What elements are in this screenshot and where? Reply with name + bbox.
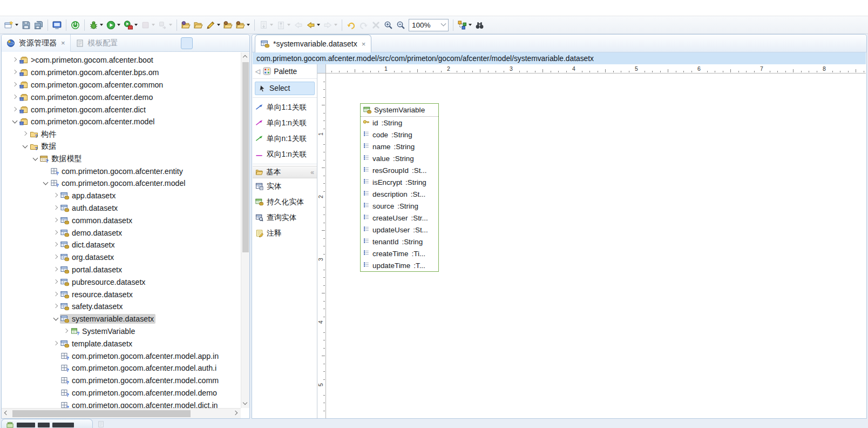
close-icon[interactable]: × — [362, 40, 366, 48]
window-tool-icon[interactable] — [833, 37, 845, 49]
zoom-out-icon[interactable] — [395, 18, 406, 31]
tree-item[interactable]: ? 构件 — [2, 128, 241, 141]
tree-item-body[interactable]: com.primeton.gocom.afcenter.bps.om — [19, 68, 160, 77]
tree-item[interactable]: ? com.primeton.gocom.afcenter.model — [2, 177, 241, 190]
menu-item[interactable] — [48, 0, 59, 16]
tree-item-body[interactable]: org.datasetx — [60, 252, 116, 262]
palette-select-tool[interactable]: Select — [255, 82, 315, 95]
entity-field[interactable]: name :String — [361, 141, 438, 152]
undo-icon[interactable] — [345, 18, 357, 31]
scrollbar-thumb[interactable] — [242, 62, 249, 252]
expander-icon[interactable] — [11, 118, 19, 125]
tree-item[interactable]: demo.datasetx — [2, 226, 241, 239]
tree-item-body[interactable]: app.datasetx — [60, 191, 117, 200]
dropdown-arrow-icon[interactable] — [169, 24, 172, 26]
console-icon[interactable] — [51, 18, 63, 31]
tree-item-body[interactable]: pubresource.datasetx — [60, 277, 147, 287]
tree-item-body[interactable]: > com.primeton.gocom.afcenter.boot — [19, 55, 155, 65]
tree-item-body[interactable]: ? com.primeton.gocom.afcenter.model.app.… — [60, 351, 220, 361]
tree-item-body[interactable]: ? 数据 — [29, 141, 58, 152]
save-all-icon[interactable] — [33, 18, 44, 31]
expander-icon[interactable] — [52, 291, 60, 298]
tree-item-body[interactable]: resource.datasetx — [60, 290, 134, 299]
dropdown-arrow-icon[interactable] — [287, 24, 290, 26]
scroll-right-button[interactable] — [232, 409, 241, 418]
expander-icon[interactable] — [52, 266, 60, 273]
tree-item[interactable]: portal.datasetx — [2, 264, 241, 276]
tree-item[interactable]: ? 数据模型 — [2, 152, 241, 165]
palette-relation-tool[interactable]: 双向1:n关联 — [253, 146, 317, 162]
palette-header[interactable]: ◁ Palette — [253, 64, 317, 79]
entity-systemvariable[interactable]: SystemVariable id :String code :String n… — [360, 103, 439, 272]
close-icon[interactable]: × — [61, 39, 65, 47]
menu-item[interactable] — [24, 0, 36, 16]
expander-icon[interactable] — [52, 253, 60, 261]
entity-field[interactable]: createTime :Ti... — [361, 248, 438, 259]
dropdown-arrow-icon[interactable] — [217, 24, 220, 26]
dropdown-arrow-icon[interactable] — [100, 24, 103, 26]
expander-icon[interactable] — [32, 155, 39, 163]
tree-item-body[interactable]: com.primeton.gocom.afcenter.model — [19, 117, 156, 126]
scroll-down-button[interactable] — [241, 399, 250, 408]
expander-icon[interactable] — [11, 93, 19, 101]
horizontal-scrollbar[interactable] — [2, 408, 241, 418]
tree-item[interactable]: systemvariable.datasetx — [2, 313, 241, 325]
tree-item[interactable]: ? com.primeton.gocom.afcenter.model.dict… — [2, 399, 241, 408]
expander-icon[interactable] — [52, 340, 60, 347]
tree-item[interactable]: template.datasetx — [2, 337, 241, 350]
folder-purple-icon[interactable] — [180, 18, 192, 31]
entity-field[interactable]: resGroupId :St... — [361, 164, 438, 176]
boot-icon[interactable] — [70, 18, 81, 31]
folder-open-icon[interactable] — [193, 18, 204, 31]
entity-field[interactable]: tenantId :String — [361, 236, 438, 248]
dropdown-arrow-icon[interactable] — [15, 24, 18, 26]
view-tool-icon[interactable] — [208, 37, 220, 49]
tree-item-body[interactable]: ? com.primeton.gocom.afcenter.model — [50, 178, 187, 188]
zoom-in-icon[interactable] — [383, 18, 394, 31]
debug-icon[interactable] — [88, 18, 104, 31]
dropdown-arrow-icon[interactable] — [334, 24, 337, 26]
window-tool-icon[interactable] — [849, 37, 861, 49]
tree-item[interactable]: ? com.primeton.gocom.afcenter.model.auth… — [2, 362, 241, 374]
entity-field[interactable]: source :String — [361, 200, 438, 212]
tree-item-body[interactable]: dict.datasetx — [60, 240, 117, 250]
tree-item[interactable]: app.datasetx — [2, 190, 241, 202]
tree-item[interactable]: auth.datasetx — [2, 202, 241, 215]
expander-icon[interactable] — [11, 106, 19, 113]
dropdown-arrow-icon[interactable] — [152, 24, 155, 26]
tree-item-body[interactable]: demo.datasetx — [60, 228, 124, 238]
dropdown-arrow-icon[interactable] — [247, 24, 250, 26]
expander-icon[interactable] — [22, 130, 29, 138]
menu-item[interactable] — [36, 0, 48, 16]
run-icon[interactable] — [105, 18, 121, 31]
tree-item[interactable]: ? SystemVariable — [2, 325, 241, 338]
tree-item-body[interactable]: common.datasetx — [60, 216, 134, 225]
back-gold-icon[interactable] — [305, 18, 321, 31]
menu-item[interactable] — [59, 0, 71, 16]
tree-item[interactable]: com.primeton.gocom.afcenter.bps.om — [2, 66, 241, 79]
tree-item-body[interactable]: ? com.primeton.gocom.afcenter.entity — [50, 166, 185, 176]
dropdown-arrow-icon[interactable] — [117, 24, 120, 26]
palette-tool[interactable]: 注释 — [253, 225, 317, 241]
tree-item[interactable]: com.primeton.gocom.afcenter.dict — [2, 103, 241, 116]
scroll-left-button[interactable] — [2, 409, 10, 418]
window-tool-icon[interactable] — [227, 419, 236, 428]
pencil-icon[interactable] — [205, 18, 221, 31]
view-tool-icon[interactable] — [221, 37, 233, 49]
tree-item-body[interactable]: template.datasetx — [60, 339, 134, 349]
tree-item-body[interactable]: ? com.primeton.gocom.afcenter.model.auth… — [60, 363, 218, 373]
tree-item-body[interactable]: com.primeton.gocom.afcenter.demo — [19, 92, 154, 102]
search-icon[interactable] — [474, 18, 485, 31]
expander-icon[interactable] — [11, 69, 19, 76]
dropdown-arrow-icon[interactable] — [317, 24, 320, 26]
palette-tool[interactable]: 持久化实体 — [253, 194, 317, 210]
tree-item-body[interactable]: portal.datasetx — [60, 265, 124, 275]
tree-item-body[interactable]: auth.datasetx — [60, 203, 119, 213]
palette-tool[interactable]: 查询实体 — [253, 210, 317, 225]
tree-item[interactable]: ? 数据 — [2, 141, 241, 153]
tree-item[interactable]: com.primeton.gocom.afcenter.demo — [2, 91, 241, 103]
run-config-icon[interactable] — [123, 18, 139, 31]
collapse-palette-icon[interactable]: ◁ — [255, 68, 260, 75]
editor-tab[interactable]: *systemvariable.datasetx × — [255, 35, 371, 52]
save-icon[interactable] — [21, 18, 32, 31]
